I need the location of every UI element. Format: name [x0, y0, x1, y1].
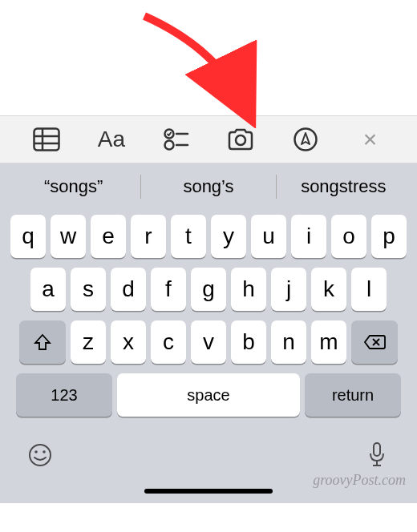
dictation-button[interactable] — [361, 439, 393, 471]
key-row-2: a s d f g h j k l — [5, 268, 412, 311]
key-row-4: 123 space return — [5, 373, 412, 417]
key-b[interactable]: b — [231, 320, 266, 364]
suggestion-1[interactable]: “songs” — [6, 168, 140, 205]
svg-point-8 — [236, 135, 245, 145]
note-content-area[interactable] — [0, 0, 417, 115]
table-button[interactable] — [27, 120, 66, 159]
table-icon — [33, 127, 60, 151]
backspace-icon — [363, 334, 386, 350]
key-g[interactable]: g — [191, 268, 226, 311]
svg-rect-0 — [34, 129, 59, 151]
key-row-3: z x c v b n m — [5, 320, 412, 364]
quicktype-bar: “songs” song’s songstress — [0, 163, 417, 210]
shift-key[interactable] — [19, 320, 66, 364]
home-indicator[interactable] — [144, 489, 273, 494]
keyboard-bottom-bar: groovyPost.com — [0, 434, 417, 503]
camera-icon — [226, 127, 255, 151]
checklist-button[interactable] — [157, 120, 196, 159]
close-toolbar-button[interactable]: × — [351, 120, 390, 159]
checklist-icon — [164, 127, 189, 151]
numbers-key[interactable]: 123 — [16, 373, 112, 417]
key-l[interactable]: l — [351, 268, 387, 311]
key-f[interactable]: f — [151, 268, 186, 311]
suggestion-2[interactable]: song’s — [141, 168, 275, 205]
key-k[interactable]: k — [311, 268, 346, 311]
key-w[interactable]: w — [51, 215, 86, 258]
key-v[interactable]: v — [191, 320, 226, 364]
camera-button[interactable] — [221, 120, 260, 159]
key-r[interactable]: r — [131, 215, 166, 258]
text-format-button[interactable]: Aa — [92, 120, 131, 159]
keyboard: q w e r t y u i o p a s d f g h j k l z … — [0, 210, 417, 434]
markup-icon — [293, 127, 318, 152]
key-u[interactable]: u — [251, 215, 286, 258]
markup-button[interactable] — [286, 120, 325, 159]
svg-point-12 — [30, 445, 51, 466]
backspace-key[interactable] — [351, 320, 398, 364]
svg-rect-15 — [374, 443, 380, 456]
key-p[interactable]: p — [371, 215, 407, 258]
key-t[interactable]: t — [171, 215, 206, 258]
key-q[interactable]: q — [10, 215, 46, 258]
key-i[interactable]: i — [291, 215, 326, 258]
key-a[interactable]: a — [30, 268, 66, 311]
close-icon: × — [363, 126, 378, 153]
key-j[interactable]: j — [271, 268, 306, 311]
shift-icon — [34, 333, 51, 351]
key-o[interactable]: o — [331, 215, 366, 258]
suggestion-3[interactable]: songstress — [277, 168, 411, 205]
notes-toolbar: Aa × — [0, 115, 417, 163]
key-s[interactable]: s — [71, 268, 106, 311]
key-m[interactable]: m — [311, 320, 346, 364]
emoji-icon — [27, 442, 53, 468]
key-z[interactable]: z — [71, 320, 106, 364]
key-row-1: q w e r t y u i o p — [5, 215, 412, 258]
key-n[interactable]: n — [271, 320, 306, 364]
svg-point-13 — [34, 450, 38, 453]
return-key[interactable]: return — [305, 373, 401, 417]
key-c[interactable]: c — [151, 320, 186, 364]
microphone-icon — [366, 441, 387, 469]
key-y[interactable]: y — [211, 215, 246, 258]
watermark: groovyPost.com — [313, 472, 406, 489]
svg-point-6 — [164, 141, 173, 150]
svg-point-9 — [294, 129, 316, 151]
key-x[interactable]: x — [111, 320, 146, 364]
emoji-button[interactable] — [24, 439, 56, 471]
key-h[interactable]: h — [231, 268, 266, 311]
svg-point-14 — [43, 450, 46, 453]
key-e[interactable]: e — [91, 215, 126, 258]
key-d[interactable]: d — [111, 268, 146, 311]
text-format-label: Aa — [98, 127, 125, 152]
space-key[interactable]: space — [117, 373, 300, 417]
